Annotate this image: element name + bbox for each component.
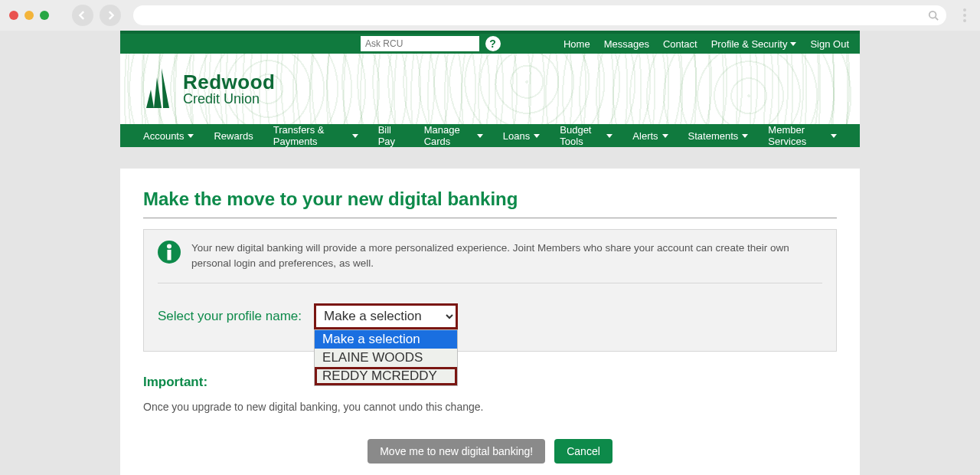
logo[interactable]: Redwood Credit Union <box>143 67 276 111</box>
page-title: Make the move to your new digital bankin… <box>143 188 837 210</box>
nav-profile-security[interactable]: Profile & Security <box>711 38 797 50</box>
logo-text-line1: Redwood <box>183 72 276 92</box>
dropdown-option[interactable]: Make a selection <box>315 330 457 349</box>
svg-point-2 <box>167 244 172 249</box>
browser-chrome <box>0 0 980 31</box>
cancel-button[interactable]: Cancel <box>554 439 612 464</box>
window-maximize-dot[interactable] <box>40 11 49 20</box>
utility-bar: ? Home Messages Contact Profile & Securi… <box>120 31 860 54</box>
search-icon <box>928 10 939 21</box>
svg-rect-3 <box>167 250 171 260</box>
nav-budget-tools[interactable]: Budget Tools <box>560 124 612 147</box>
chevron-down-icon <box>352 134 358 138</box>
nav-home[interactable]: Home <box>564 38 590 50</box>
nav-loans[interactable]: Loans <box>503 130 540 142</box>
chevron-down-icon <box>662 134 668 138</box>
chevron-down-icon <box>831 134 837 138</box>
important-heading: Important: <box>143 375 837 390</box>
select-profile-label: Select your profile name: <box>158 309 302 324</box>
window-close-dot[interactable] <box>9 11 18 20</box>
chevron-down-icon <box>188 134 194 138</box>
ask-rcu-input[interactable] <box>361 36 479 51</box>
divider <box>143 218 837 218</box>
nav-contact[interactable]: Contact <box>663 38 697 50</box>
svg-line-1 <box>936 18 939 21</box>
content-card: Make the move to your new digital bankin… <box>120 169 860 475</box>
chevron-down-icon <box>742 134 748 138</box>
chevron-down-icon <box>477 134 483 138</box>
nav-rewards[interactable]: Rewards <box>214 130 253 142</box>
dropdown-option[interactable]: ELAINE WOODS <box>315 349 457 367</box>
nav-sign-out[interactable]: Sign Out <box>810 38 849 50</box>
nav-manage-cards[interactable]: Manage Cards <box>424 124 483 147</box>
nav-transfers[interactable]: Transfers & Payments <box>273 124 358 147</box>
nav-bill-pay[interactable]: Bill Pay <box>378 124 404 147</box>
svg-point-0 <box>929 11 936 18</box>
main-nav: Accounts Rewards Transfers & Payments Bi… <box>120 124 860 147</box>
nav-messages[interactable]: Messages <box>604 38 649 50</box>
important-text: Once you upgrade to new digital banking,… <box>143 401 837 413</box>
info-panel: Your new digital banking will provide a … <box>143 229 837 352</box>
chevron-down-icon <box>534 134 540 138</box>
chevron-down-icon <box>790 42 796 46</box>
browser-url-bar[interactable] <box>133 5 946 25</box>
profile-name-select[interactable]: Make a selection <box>314 303 458 329</box>
move-to-digital-banking-button[interactable]: Move me to new digital banking! <box>368 439 545 464</box>
browser-forward-button[interactable] <box>100 5 121 26</box>
nav-member-services[interactable]: Member Services <box>768 124 837 147</box>
brand-banner: Redwood Credit Union <box>120 54 860 124</box>
nav-statements[interactable]: Statements <box>688 130 749 142</box>
info-text: Your new digital banking will provide a … <box>191 241 822 272</box>
nav-accounts[interactable]: Accounts <box>143 130 194 142</box>
dropdown-option[interactable]: REDDY MCREDDY <box>315 367 457 385</box>
window-minimize-dot[interactable] <box>24 11 34 20</box>
redwood-tree-icon <box>143 67 174 111</box>
profile-name-dropdown: Make a selection ELAINE WOODS REDDY MCRE… <box>314 329 458 386</box>
nav-alerts[interactable]: Alerts <box>632 130 668 142</box>
chevron-down-icon <box>606 134 612 138</box>
logo-text-line2: Credit Union <box>183 92 276 106</box>
browser-back-button[interactable] <box>72 5 93 26</box>
info-icon <box>158 241 181 264</box>
browser-menu-icon[interactable] <box>959 8 971 22</box>
help-icon[interactable]: ? <box>485 36 501 51</box>
